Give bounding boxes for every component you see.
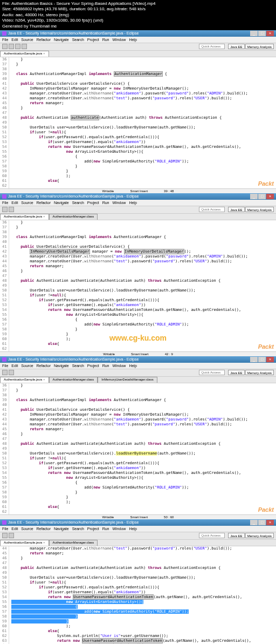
menu-navigate[interactable]: Navigate [54,364,69,368]
close-button[interactable]: × [266,357,274,362]
menu-window[interactable]: Window [112,38,126,42]
quick-access-input[interactable] [199,44,225,49]
menu-navigate[interactable]: Navigate [54,38,69,42]
menu-help[interactable]: Help [129,201,136,205]
code-content[interactable]: } } class AuthenticationManagerImpl impl… [9,220,276,351]
menu-refactor[interactable]: Refactor [37,527,51,531]
code-content[interactable]: } } class AuthenticationManagerImpl impl… [9,383,276,514]
menu-source[interactable]: Source [21,201,33,205]
menu-project[interactable]: Project [87,527,99,531]
new-icon[interactable] [2,207,8,212]
menu-bar: File Edit Source Refactor Navigate Searc… [0,200,276,206]
maximize-button[interactable]: □ [258,520,266,525]
perspective-memory[interactable]: Memory Analysis [245,207,274,212]
close-icon[interactable]: × [43,214,45,220]
menu-window[interactable]: Window [112,527,126,531]
menu-file[interactable]: File [2,527,8,531]
close-icon[interactable]: × [43,540,45,546]
new-icon[interactable] [2,370,8,375]
minimize-button[interactable]: _ [250,31,258,36]
tab-inmemory[interactable]: InMemoryUserDetailsManager.class [98,377,157,383]
menu-file[interactable]: File [2,201,8,205]
perspective-javaee[interactable]: Java EE [228,370,244,375]
minimize-button[interactable]: _ [250,194,258,199]
code-content[interactable]: manager.createUser(User.withUsername("te… [9,546,276,644]
code-editor[interactable]: 36 37 38 39 40 41 42 43 44 45 46 47 48 4… [0,57,276,188]
editor-tabs: AuthenticationSample.java× Authenticatio… [0,214,276,220]
menu-search[interactable]: Search [72,364,84,368]
new-icon[interactable] [2,44,8,49]
eclipse-window-4: Java EE - Security Internal/src/com/demo… [0,519,276,644]
menu-help[interactable]: Help [129,38,136,42]
tab-authmanager[interactable]: AuthenticationManager.class [49,377,98,383]
menu-edit[interactable]: Edit [11,527,18,531]
menu-run[interactable]: Run [102,364,109,368]
run-icon[interactable] [22,44,27,49]
tab-authsample[interactable]: AuthenticationSample.java× [0,214,49,220]
menu-project[interactable]: Project [87,364,99,368]
code-editor[interactable]: 36 37 38 39 40 41 42 43 44 45 46 47 48 4… [0,383,276,514]
code-content[interactable]: } } class AuthenticationManagerImpl impl… [9,57,276,188]
menu-source[interactable]: Source [21,364,33,368]
status-writable: Writable [102,189,114,193]
save-icon[interactable] [9,44,14,49]
menu-run[interactable]: Run [102,38,109,42]
minimize-button[interactable]: _ [250,357,258,362]
packt-watermark: Packt [258,343,274,350]
close-button[interactable]: × [266,31,274,36]
save-icon[interactable] [9,370,14,375]
menu-navigate[interactable]: Navigate [54,201,69,205]
close-button[interactable]: × [266,520,274,525]
tab-authmanager[interactable]: AuthenticationManager.class [49,540,98,546]
menu-edit[interactable]: Edit [11,38,18,42]
debug-icon[interactable] [15,44,20,49]
tab-authsample[interactable]: AuthenticationSample.java× [0,377,49,383]
menu-search[interactable]: Search [72,201,84,205]
quick-access-input[interactable] [199,207,225,212]
menu-file[interactable]: File [2,364,8,368]
menu-help[interactable]: Help [129,364,136,368]
menu-source[interactable]: Source [21,38,33,42]
maximize-button[interactable]: □ [258,357,266,362]
menu-refactor[interactable]: Refactor [37,38,51,42]
maximize-button[interactable]: □ [258,194,266,199]
tab-authmanager[interactable]: AuthenticationManager.class [49,214,98,220]
perspective-memory[interactable]: Memory Analysis [245,370,274,375]
perspective-javaee[interactable]: Java EE [228,44,244,49]
perspective-javaee[interactable]: Java EE [228,207,244,212]
save-icon[interactable] [9,207,14,212]
quick-access-input[interactable] [199,533,225,538]
menu-project[interactable]: Project [87,38,99,42]
menu-edit[interactable]: Edit [11,364,18,368]
new-icon[interactable] [2,533,8,538]
menu-navigate[interactable]: Navigate [54,527,69,531]
menu-refactor[interactable]: Refactor [37,201,51,205]
menu-search[interactable]: Search [72,38,84,42]
menu-file[interactable]: File [2,38,8,42]
close-icon[interactable]: × [43,377,45,383]
tab-authsample[interactable]: AuthenticationSample.java× [0,540,49,546]
menu-edit[interactable]: Edit [11,201,18,205]
perspective-memory[interactable]: Memory Analysis [245,533,274,538]
code-editor[interactable]: 36 37 38 39 40 41 42 43 44 45 46 47 48 4… [0,220,276,351]
menu-help[interactable]: Help [129,527,136,531]
code-editor[interactable]: 44 45 46 47 48 49 50 51 52 53 54 55 56 5… [0,546,276,644]
perspective-javaee[interactable]: Java EE [228,533,244,538]
menu-window[interactable]: Window [112,364,126,368]
tab-authsample[interactable]: AuthenticationSample.java× [0,51,49,57]
menu-source[interactable]: Source [21,527,33,531]
menu-refactor[interactable]: Refactor [37,364,51,368]
minimize-button[interactable]: _ [250,520,258,525]
quick-access-input[interactable] [199,370,225,375]
menu-run[interactable]: Run [102,201,109,205]
meta-audio: Audio: aac, 48000 Hz, stereo (eng) [2,12,274,18]
perspective-memory[interactable]: Memory Analysis [245,44,274,49]
menu-project[interactable]: Project [87,201,99,205]
close-icon[interactable]: × [43,51,45,57]
menu-search[interactable]: Search [72,527,84,531]
close-button[interactable]: × [266,194,274,199]
menu-run[interactable]: Run [102,527,109,531]
save-icon[interactable] [9,533,14,538]
menu-window[interactable]: Window [112,201,126,205]
maximize-button[interactable]: □ [258,31,266,36]
